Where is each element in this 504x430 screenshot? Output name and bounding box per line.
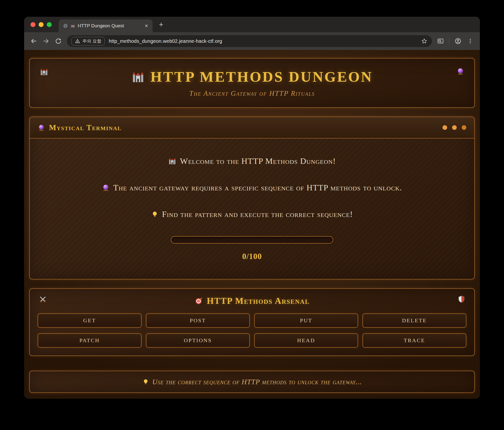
- search-panel-icon: [437, 38, 444, 45]
- castle-icon: [71, 24, 75, 28]
- tab-close-icon[interactable]: ×: [145, 23, 148, 29]
- terminal-dot: [442, 125, 447, 130]
- arsenal-panel: HTTP Methods Arsenal GET POST PUT DELETE…: [29, 288, 475, 356]
- shield-icon: [457, 295, 465, 303]
- page-header-panel: HTTP METHODS DUNGEON The Ancient Gateway…: [29, 58, 475, 108]
- progress-bar: [171, 236, 333, 244]
- back-arrow-icon: [30, 38, 37, 45]
- method-buttons-grid: GET POST PUT DELETE PATCH OPTIONS HEAD T…: [38, 313, 466, 348]
- terminal-dot: [452, 125, 457, 130]
- reload-button[interactable]: [55, 37, 62, 45]
- browser-tab[interactable]: HTTP Dungeon Quest ×: [59, 19, 153, 32]
- terminal-dots: [442, 125, 466, 130]
- kebab-menu-icon: [467, 38, 473, 44]
- url-text[interactable]: http_methods_dungeon.web02.jeanne-hack-c…: [109, 38, 417, 44]
- forward-button[interactable]: [42, 37, 50, 45]
- profile-avatar-icon: [455, 38, 461, 45]
- page-subtitle: The Ancient Gateway of HTTP Rituals: [189, 89, 315, 97]
- method-button-head[interactable]: HEAD: [254, 333, 358, 348]
- bookmark-star-icon[interactable]: [421, 38, 427, 44]
- maximize-window-button[interactable]: [47, 22, 52, 27]
- page-title: HTTP METHODS DUNGEON: [131, 68, 373, 85]
- lightbulb-icon: [142, 378, 149, 385]
- hint-text: Use the correct sequence of HTTP methods…: [152, 378, 362, 386]
- arsenal-title-text: HTTP Methods Arsenal: [207, 296, 310, 306]
- page-content: HTTP METHODS DUNGEON The Ancient Gateway…: [24, 50, 480, 399]
- terminal-line: Find the pattern and execute the correct…: [151, 210, 353, 219]
- terminal-line-text: Find the pattern and execute the correct…: [162, 210, 353, 219]
- warning-triangle-icon: [75, 38, 80, 44]
- terminal-body: Welcome to the HTTP Methods Dungeon! The…: [30, 138, 474, 279]
- terminal-header: Mystical Terminal: [30, 117, 474, 138]
- tab-strip: HTTP Dungeon Quest × +: [24, 17, 480, 32]
- toolbar-divider: [449, 37, 450, 45]
- terminal-line-text: Welcome to the HTTP Methods Dungeon!: [180, 156, 336, 166]
- close-window-button[interactable]: [31, 22, 35, 27]
- arsenal-title: HTTP Methods Arsenal: [38, 296, 466, 306]
- address-bar[interactable]: 주의 요함 http_methods_dungeon.web02.jeanne-…: [67, 35, 432, 47]
- hint-footer-panel: Use the correct sequence of HTTP methods…: [29, 371, 475, 393]
- castle-icon: [131, 70, 145, 84]
- side-panel-button[interactable]: [437, 37, 444, 45]
- lightbulb-icon: [151, 211, 158, 218]
- castle-icon: [40, 67, 48, 76]
- target-icon: [194, 296, 203, 305]
- terminal-dot: [462, 125, 466, 130]
- method-button-patch[interactable]: PATCH: [38, 333, 142, 348]
- method-button-put[interactable]: PUT: [254, 313, 358, 328]
- back-button[interactable]: [30, 37, 37, 45]
- minimize-window-button[interactable]: [39, 22, 44, 27]
- crossed-swords-icon: [39, 295, 47, 304]
- terminal-line-text: The ancient gateway requires a specific …: [113, 183, 402, 192]
- traffic-lights: [31, 22, 52, 27]
- crystal-ball-icon: [38, 124, 45, 131]
- profile-button[interactable]: [454, 37, 462, 45]
- forward-arrow-icon: [43, 38, 49, 45]
- menu-button[interactable]: [467, 37, 474, 45]
- terminal-line: The ancient gateway requires a specific …: [102, 183, 402, 192]
- score-counter: 0/100: [242, 252, 262, 261]
- method-button-trace[interactable]: TRACE: [362, 333, 466, 348]
- browser-window: HTTP Dungeon Quest × + 주의 요함 http_method…: [24, 17, 480, 399]
- method-button-delete[interactable]: DELETE: [362, 313, 466, 328]
- mystical-terminal-panel: Mystical Terminal Welcome to the HTTP Me…: [29, 117, 475, 279]
- method-button-post[interactable]: POST: [146, 313, 250, 328]
- method-button-options[interactable]: OPTIONS: [146, 333, 250, 348]
- globe-favicon-icon: [63, 23, 68, 28]
- new-tab-button[interactable]: +: [159, 20, 163, 29]
- terminal-line: Welcome to the HTTP Methods Dungeon!: [168, 156, 336, 166]
- crystal-ball-icon: [102, 184, 110, 192]
- reload-icon: [55, 38, 62, 45]
- crystal-ball-icon: [457, 67, 464, 75]
- tab-title: HTTP Dungeon Quest: [78, 23, 142, 29]
- page-title-text: HTTP METHODS DUNGEON: [150, 68, 373, 85]
- security-chip[interactable]: 주의 요함: [71, 37, 105, 46]
- method-button-get[interactable]: GET: [38, 313, 142, 328]
- security-chip-label: 주의 요함: [82, 38, 101, 44]
- castle-icon: [168, 157, 176, 165]
- terminal-title: Mystical Terminal: [49, 123, 122, 132]
- browser-toolbar: 주의 요함 http_methods_dungeon.web02.jeanne-…: [24, 32, 480, 50]
